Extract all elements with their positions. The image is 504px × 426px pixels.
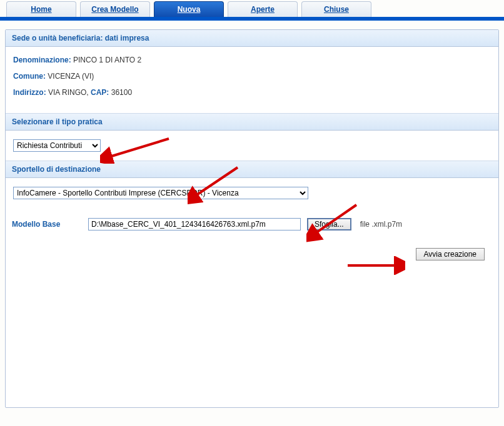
- tab-aperte[interactable]: Aperte: [228, 1, 298, 17]
- modello-label: Modello Base: [12, 220, 82, 229]
- modello-input[interactable]: [88, 218, 301, 230]
- select-sportello[interactable]: InfoCamere - Sportello Contributi Impres…: [13, 187, 308, 199]
- comune-label: Comune:: [13, 72, 46, 81]
- tab-chiuse[interactable]: Chiuse: [301, 1, 371, 17]
- header-sede: Sede o unità beneficiaria: dati impresa: [6, 30, 498, 47]
- tab-crea-modello[interactable]: Crea Modello: [80, 1, 150, 17]
- indirizzo-value: VIA RINGO,: [48, 88, 91, 97]
- tab-nuova[interactable]: Nuova: [154, 1, 224, 17]
- browse-button[interactable]: Sfoglia...: [307, 218, 351, 230]
- modello-row: Modello Base Sfoglia... file .xml.p7m: [6, 208, 498, 240]
- denom-value: PINCO 1 DI ANTO 2: [73, 56, 141, 64]
- tabs-bar: Home Crea Modello Nuova Aperte Chiuse: [0, 0, 504, 21]
- comune-value: VICENZA (VI): [48, 72, 94, 81]
- denom-label: Denominazione:: [13, 56, 71, 64]
- header-tipo-pratica: Selezionare il tipo pratica: [6, 113, 498, 131]
- select-tipo-pratica[interactable]: Richiesta Contributi: [13, 139, 101, 152]
- avvia-row: Avvia creazione: [6, 240, 498, 267]
- cap-value: 36100: [111, 88, 132, 97]
- indirizzo-label: Indirizzo:: [13, 88, 46, 97]
- main-panel: Sede o unità beneficiaria: dati impresa …: [5, 29, 499, 408]
- avvia-creazione-button[interactable]: Avvia creazione: [416, 248, 485, 260]
- body-sede: Denominazione: PINCO 1 DI ANTO 2 Comune:…: [6, 47, 498, 113]
- file-hint: file .xml.p7m: [360, 220, 402, 229]
- header-sportello: Sportello di destinazione: [6, 161, 498, 178]
- cap-label: CAP:: [91, 88, 109, 97]
- tab-home[interactable]: Home: [6, 1, 76, 17]
